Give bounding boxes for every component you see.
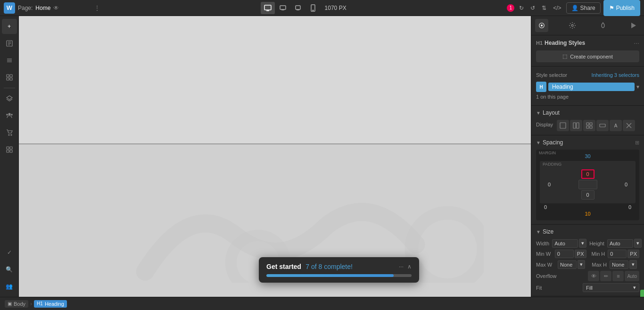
sidebar-item-team[interactable]	[2, 108, 17, 123]
toast-title-group: Get started 7 of 8 complete!	[266, 263, 353, 270]
device-tablet[interactable]	[306, 2, 320, 14]
size-collapse-header[interactable]: ▼ Size	[536, 228, 639, 235]
sidebar-item-check[interactable]: ✓	[2, 245, 17, 260]
page-name[interactable]: Home	[35, 5, 50, 11]
overflow-auto-btn[interactable]: Auto	[625, 271, 639, 281]
toast-more-icon[interactable]: ···	[399, 263, 404, 270]
person-icon: 👤	[571, 5, 578, 11]
device-desktop-small[interactable]	[291, 2, 305, 14]
panel-tab-style[interactable]	[535, 19, 548, 32]
redo-icon[interactable]: ↺	[528, 3, 537, 13]
overflow-visible-btn[interactable]: 👁	[588, 271, 599, 281]
size-section: ▼ Size Width ▾ Height ▾ Min W PX	[531, 225, 644, 296]
share-button[interactable]: 👤 Share	[566, 2, 601, 14]
svg-rect-27	[7, 150, 9, 152]
svg-rect-16	[10, 75, 12, 77]
panel-tab-settings[interactable]	[566, 19, 579, 32]
svg-point-21	[6, 114, 8, 116]
max-w-input[interactable]	[558, 260, 577, 269]
selector-dropdown[interactable]: H Heading ▾	[536, 82, 639, 92]
eye-icon[interactable]: 👁	[53, 5, 59, 11]
display-opt-text[interactable]: A	[610, 120, 622, 131]
spacing-section: ▼ Spacing ⊞ MARGIN 30 PADDING 0 0	[531, 135, 644, 225]
max-h-value: ▾	[610, 260, 637, 269]
style-selector-row: Style selector Inheriting 3 selectors	[536, 70, 639, 80]
panel-tab-interactions[interactable]	[627, 19, 640, 32]
more-options-icon[interactable]: ⋮	[94, 5, 100, 11]
height-unit-dropdown[interactable]: ▾	[634, 239, 642, 248]
w-logo[interactable]: W	[4, 2, 15, 14]
toast-progress-bar-track	[266, 274, 412, 277]
panel-tab-effects[interactable]	[596, 19, 610, 32]
publish-button[interactable]: ⚑ Publish	[603, 0, 640, 16]
margin-box: MARGIN 30 PADDING 0 0	[536, 150, 639, 220]
svg-rect-28	[10, 150, 12, 152]
max-w-unit[interactable]: ▾	[578, 260, 585, 269]
create-component-button[interactable]: ⬚ Create component	[536, 50, 639, 62]
selector-heading-tag[interactable]: Heading	[548, 83, 635, 91]
sidebar-item-search[interactable]: 🔍	[2, 262, 17, 277]
display-opt-block[interactable]	[557, 120, 569, 131]
heading-styles-section: H1 Heading Styles ··· ⬚ Create component	[531, 35, 644, 67]
spacing-collapse-icon: ▼	[536, 140, 541, 145]
sidebar-item-shop[interactable]	[2, 125, 17, 140]
heading-styles-more-icon[interactable]: ···	[634, 39, 639, 47]
overflow-row: Overflow 👁 ✏ ≡ Auto	[536, 271, 639, 281]
min-w-input[interactable]	[555, 250, 574, 258]
top-bar-left: W Page: Home 👁	[0, 2, 94, 14]
spacing-collapse-header[interactable]: ▼ Spacing	[536, 139, 563, 146]
canvas-upper-section	[19, 16, 531, 143]
canvas-area[interactable]: Get started 7 of 8 complete! ··· ∧	[19, 16, 531, 297]
max-h-input[interactable]	[610, 260, 628, 269]
sidebar-item-elements[interactable]	[2, 70, 17, 85]
sidebar-item-layers[interactable]	[2, 91, 17, 106]
selector-arrow-icon[interactable]: ▾	[636, 84, 639, 90]
breadcrumb-body[interactable]: ▣ Body	[5, 300, 28, 308]
max-h-label: Max H	[588, 262, 607, 268]
min-h-input[interactable]	[608, 250, 627, 258]
display-opt-custom[interactable]	[623, 120, 635, 131]
device-desktop[interactable]	[276, 2, 290, 14]
layout-collapse-header[interactable]: ▼ Layout	[536, 109, 639, 116]
style-selector-value[interactable]: Inheriting 3 selectors	[592, 72, 640, 78]
sidebar-item-pages[interactable]	[2, 36, 17, 51]
undo-icon[interactable]: ↻	[517, 3, 526, 13]
display-opt-flex[interactable]	[570, 120, 582, 131]
breadcrumb-heading[interactable]: H1 Heading	[34, 300, 67, 308]
max-size-row: Max W ▾ Max H ▾	[536, 260, 639, 269]
svg-point-32	[571, 25, 573, 26]
min-h-unit[interactable]: PX	[627, 250, 639, 258]
toast-close-icon[interactable]: ∧	[407, 263, 412, 270]
sidebar-item-apps[interactable]	[2, 142, 17, 157]
layout-section: ▼ Layout Display	[531, 106, 644, 135]
canvas-content	[19, 16, 531, 297]
sidebar-item-users[interactable]: 👥	[2, 279, 17, 294]
device-desktop-large[interactable]	[261, 2, 275, 14]
min-w-unit[interactable]: PX	[575, 250, 586, 258]
overflow-hidden-btn[interactable]: ✏	[600, 271, 611, 281]
overflow-scroll-btn[interactable]: ≡	[612, 271, 624, 281]
fit-dropdown[interactable]: Fill ▾	[583, 283, 639, 292]
min-size-row: Min W PX Min H PX	[536, 250, 639, 258]
width-unit-dropdown[interactable]: ▾	[579, 239, 586, 248]
sidebar-item-layout[interactable]	[2, 53, 17, 68]
height-input[interactable]	[607, 239, 633, 248]
code-icon[interactable]: </>	[551, 3, 563, 13]
max-h-unit[interactable]: ▾	[629, 260, 637, 269]
refresh-icon[interactable]: ⇅	[540, 3, 548, 13]
width-input[interactable]	[552, 239, 578, 248]
display-opt-inline[interactable]	[596, 120, 609, 131]
padding-top-input[interactable]	[581, 169, 594, 179]
heading-styles-label: Heading Styles	[545, 40, 585, 46]
sidebar-item-add[interactable]: +	[2, 19, 17, 34]
svg-point-23	[8, 134, 9, 135]
display-opt-grid[interactable]	[583, 120, 595, 131]
spacing-expand-icon[interactable]: ⊞	[635, 140, 639, 146]
padding-bottom-input[interactable]	[581, 190, 594, 200]
layout-collapse-icon: ▼	[536, 110, 541, 116]
notification-badge[interactable]: 1	[507, 4, 514, 12]
width-label: Width	[536, 241, 549, 246]
min-h-label: Min H	[589, 251, 605, 257]
spacing-section-label: Spacing	[543, 139, 563, 146]
min-h-value: PX	[608, 250, 639, 258]
